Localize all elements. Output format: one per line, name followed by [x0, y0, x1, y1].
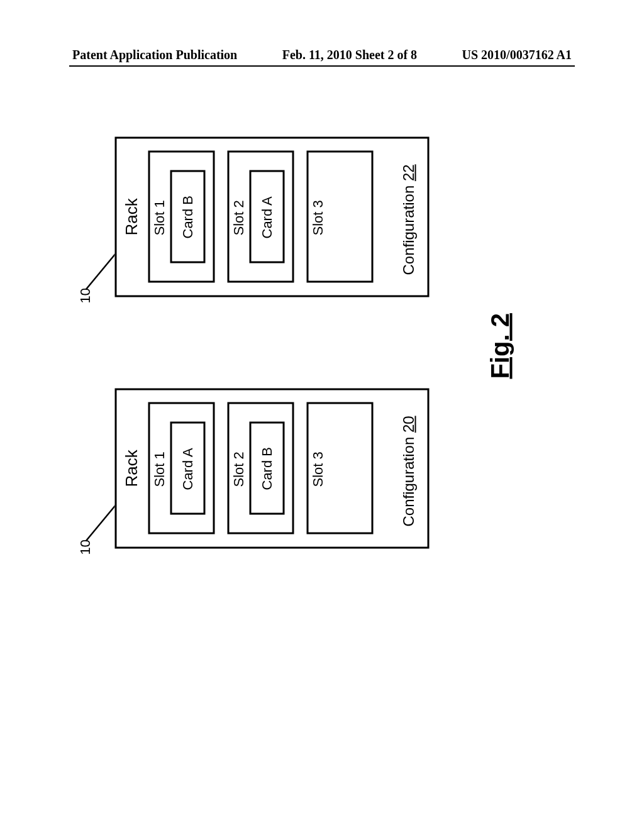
slot-1-right: Slot 1 Card B — [148, 151, 215, 283]
slot-1-left: Slot 1 Card A — [148, 402, 215, 534]
card-slot2-right-label: Card A — [259, 196, 275, 238]
slot-1-left-label: Slot 1 — [152, 451, 168, 487]
header-center: Feb. 11, 2010 Sheet 2 of 8 — [282, 48, 417, 62]
config-label-left: Configuration 20 — [400, 416, 418, 526]
card-slot2-right: Card A — [250, 170, 285, 263]
svg-line-0 — [86, 505, 116, 541]
figure-area: 10 Rack Slot 1 Card A Slot 2 Card B Slot… — [96, 93, 549, 593]
rack-title-right: Rack — [122, 198, 142, 235]
slot-3-left: Slot 3 — [307, 402, 374, 534]
slot-3-right: Slot 3 — [307, 151, 374, 283]
card-slot1-left-label: Card A — [180, 448, 196, 490]
slot-2-left: Slot 2 Card B — [228, 402, 294, 534]
rack-box-left: Rack Slot 1 Card A Slot 2 Card B Slot 3 … — [115, 389, 430, 549]
slot-3-left-label: Slot 3 — [310, 451, 326, 487]
card-slot2-left: Card B — [250, 422, 285, 515]
slot-3-right-label: Slot 3 — [310, 200, 326, 235]
header-left: Patent Application Publication — [72, 48, 237, 62]
slot-1-right-label: Slot 1 — [152, 200, 168, 235]
page-header: Patent Application Publication Feb. 11, … — [72, 48, 572, 62]
slot-2-right: Slot 2 Card A — [228, 151, 294, 283]
config-num-right: 22 — [400, 164, 417, 181]
config-label-right: Configuration 22 — [400, 164, 418, 275]
header-rule — [69, 65, 575, 67]
figure-caption: Fig. 2 — [486, 313, 514, 379]
page: Patent Application Publication Feb. 11, … — [0, 0, 644, 830]
card-slot1-left: Card A — [170, 422, 206, 515]
config-word-left: Configuration — [400, 433, 417, 526]
rack-title-left: Rack — [122, 450, 142, 487]
rack-box-right: Rack Slot 1 Card B Slot 2 Card A Slot 3 … — [115, 137, 430, 297]
header-right: US 2010/0037162 A1 — [462, 48, 572, 62]
svg-line-1 — [86, 253, 116, 290]
slot-2-right-label: Slot 2 — [231, 200, 247, 235]
config-word-right: Configuration — [400, 181, 417, 275]
card-slot2-left-label: Card B — [259, 447, 275, 490]
card-slot1-right-label: Card B — [180, 196, 196, 238]
slot-2-left-label: Slot 2 — [231, 451, 247, 487]
card-slot1-right: Card B — [170, 170, 206, 263]
config-num-left: 20 — [400, 416, 417, 433]
